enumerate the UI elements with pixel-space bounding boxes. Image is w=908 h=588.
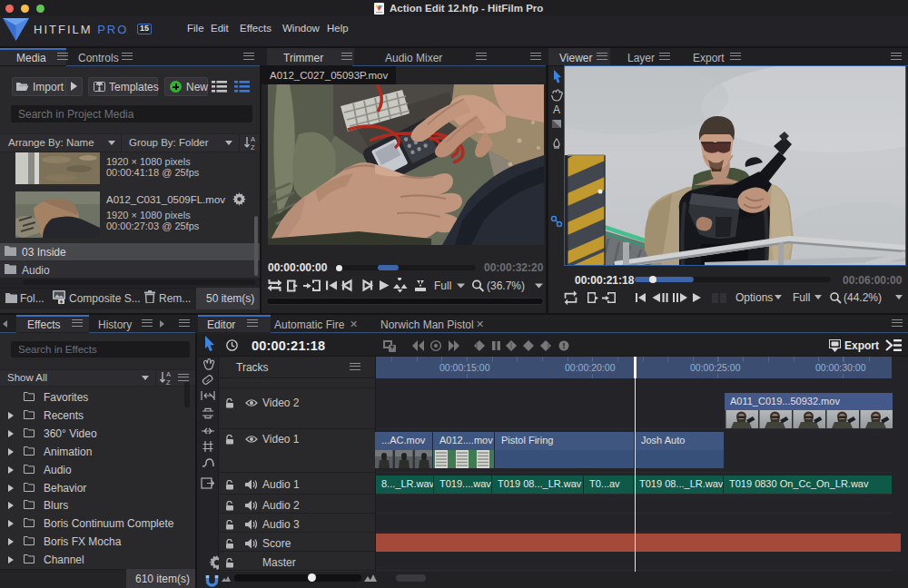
svg-text:Full: Full <box>434 279 451 292</box>
svg-text:Full: Full <box>793 291 810 304</box>
svg-text:Z: Z <box>251 143 255 151</box>
svg-text:Options: Options <box>735 291 773 304</box>
svg-text:A: A <box>251 135 255 143</box>
svg-text:(44.2%): (44.2%) <box>844 291 882 304</box>
svg-text:Z: Z <box>166 378 171 386</box>
svg-text:(36.7%): (36.7%) <box>487 279 525 292</box>
svg-text:A: A <box>166 370 171 378</box>
svg-text:A: A <box>553 103 560 116</box>
